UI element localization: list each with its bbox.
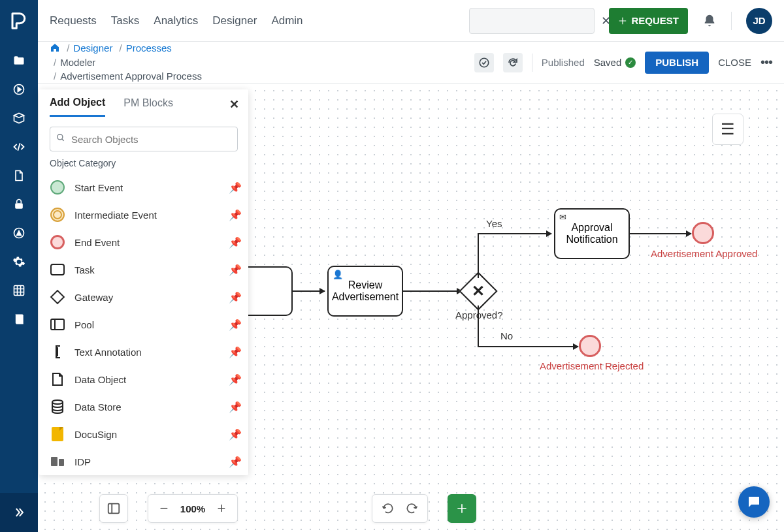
redo-button[interactable] [404,502,419,515]
object-end-event[interactable]: End Event 📌 [50,228,242,256]
object-data-object[interactable]: Data Object 📌 [50,366,242,393]
tab-pm-blocks[interactable]: PM Blocks [123,91,173,116]
user-avatar[interactable]: JD [746,8,772,34]
zoom-in-button[interactable]: + [214,500,229,517]
pin-icon[interactable]: 📌 [229,346,242,358]
text-annotation-icon [50,344,65,360]
nav-tasks[interactable]: Tasks [111,14,139,27]
object-search-input[interactable] [50,127,238,151]
pin-icon[interactable]: 📌 [229,319,242,331]
breadcrumb-designer[interactable]: Designer [73,42,112,54]
pin-icon[interactable]: 📌 [229,456,242,468]
nav-analytics[interactable]: Analytics [154,14,198,27]
top-nav: Requests Tasks Analytics Designer Admin [50,14,303,27]
docusign-icon [50,426,65,442]
file-icon[interactable] [10,167,27,184]
global-search-input[interactable] [482,16,596,26]
object-gateway[interactable]: Gateway 📌 [50,283,242,311]
intermediate-event-icon [50,207,65,223]
object-category-label: Object Category [39,158,248,171]
svg-rect-10 [51,457,57,466]
bottom-toolbar: − 100% + [76,485,784,532]
grid-icon[interactable] [10,282,27,299]
object-text-annotation[interactable]: Text Annotation 📌 [50,338,242,366]
refresh-button[interactable] [503,53,523,72]
end-approved-label: Advertisement Approved [651,248,757,259]
flow-line[interactable] [478,346,578,347]
flow-line[interactable] [403,290,462,292]
box-icon[interactable] [10,110,27,127]
flow-line[interactable] [478,305,479,346]
pin-icon[interactable]: 📌 [229,264,242,276]
folder-icon[interactable] [10,52,27,69]
notifications-icon[interactable] [702,14,717,28]
task-approval-notification[interactable]: ✉ Approval Notification [554,208,630,259]
nav-requests[interactable]: Requests [50,14,97,27]
app-logo[interactable] [0,0,38,42]
object-task[interactable]: Task 📌 [50,256,242,283]
history-controls [372,494,428,523]
flow-no-label: No [500,330,513,341]
flow-line[interactable] [478,233,551,234]
undo-button[interactable] [380,502,396,515]
object-start-event[interactable]: Start Event 📌 [50,174,242,201]
object-pool[interactable]: Pool 📌 [50,311,242,338]
flow-line[interactable] [292,290,325,292]
svg-rect-8 [51,319,64,330]
svg-rect-3 [14,286,24,296]
tab-add-object[interactable]: Add Object [50,90,105,117]
nav-designer[interactable]: Designer [212,14,257,27]
play-icon[interactable] [10,81,27,98]
flow-line[interactable] [630,233,691,234]
add-element-button[interactable] [448,494,476,523]
request-button[interactable]: REQUEST [609,8,688,34]
published-label: Published [542,57,585,68]
data-object-icon [50,371,65,387]
object-docusign[interactable]: DocuSign 📌 [50,420,242,448]
canvas-task-partial[interactable] [247,266,293,316]
nav-admin[interactable]: Admin [271,14,302,27]
idp-icon [50,454,65,469]
pin-icon[interactable]: 📌 [229,373,242,386]
object-data-store[interactable]: Data Store 📌 [50,393,242,420]
book-icon[interactable] [10,311,27,328]
add-object-panel: Add Object PM Blocks ✕ Object Category S… [39,89,248,475]
breadcrumb-modeler: Modeler [60,57,95,68]
pin-icon[interactable]: 📌 [229,209,242,221]
breadcrumb-home-icon[interactable] [50,42,63,54]
task-icon [50,262,65,277]
pin-icon[interactable]: 📌 [229,428,242,441]
target-icon[interactable] [10,225,27,242]
code-icon[interactable] [10,138,27,155]
pin-icon[interactable]: 📌 [229,291,242,304]
object-list: Start Event 📌 Intermediate Event 📌 End E… [39,171,248,475]
zoom-out-button[interactable]: − [156,500,172,517]
canvas-menu-button[interactable]: ☰ [712,114,743,145]
task-review-advertisement[interactable]: 👤 Review Advertisement [327,266,403,317]
zoom-controls: − 100% + [148,494,238,523]
search-icon [56,133,65,142]
global-search[interactable]: ✕ [469,8,595,34]
expand-rail-button[interactable] [0,493,38,532]
minimap-button[interactable] [99,494,128,523]
pin-icon[interactable]: 📌 [229,181,242,194]
panel-close-icon[interactable]: ✕ [229,97,239,112]
validate-button[interactable] [474,53,494,72]
pin-icon[interactable]: 📌 [229,236,242,249]
end-event-rejected[interactable] [579,335,601,357]
publish-button[interactable]: PUBLISH [645,52,709,74]
sub-actions: Published Saved ✓ PUBLISH CLOSE ••• [474,52,772,74]
gateway-approved[interactable]: ✕ [465,277,492,305]
end-event-approved[interactable] [692,222,714,244]
more-menu-icon[interactable]: ••• [760,55,772,70]
breadcrumb-processes[interactable]: Processes [126,42,172,54]
chat-fab[interactable] [738,486,770,518]
object-intermediate-event[interactable]: Intermediate Event 📌 [50,201,242,228]
close-button[interactable]: CLOSE [718,57,751,68]
svg-rect-6 [108,504,120,514]
gear-icon[interactable] [10,253,27,270]
flow-line[interactable] [478,233,479,278]
pin-icon[interactable]: 📌 [229,401,242,413]
object-idp[interactable]: IDP 📌 [50,448,242,475]
lock-icon[interactable] [10,196,27,213]
